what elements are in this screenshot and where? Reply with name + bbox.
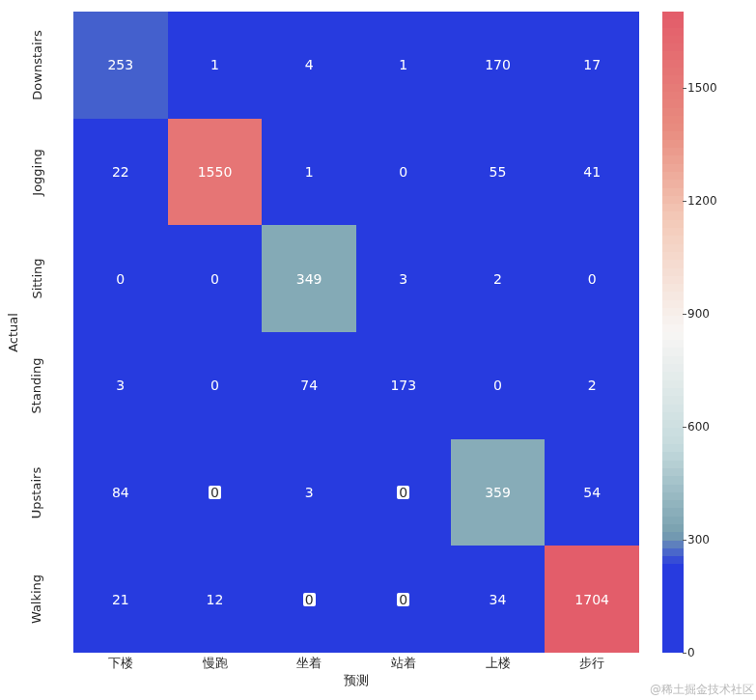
- heatmap-cell: 17: [545, 12, 639, 119]
- heatmap-cell: 54: [545, 439, 639, 546]
- cell-value: 349: [294, 271, 324, 287]
- cell-value: 0: [209, 271, 221, 287]
- heatmap-cell: 4: [262, 12, 356, 119]
- heatmap-cell: 1: [356, 12, 451, 119]
- cell-value: 170: [483, 57, 513, 72]
- heatmap-cell: 173: [356, 332, 451, 439]
- cell-value: 21: [110, 592, 131, 607]
- cell-value: 0: [303, 593, 316, 606]
- cell-value: 1: [397, 57, 409, 72]
- cell-value: 55: [488, 164, 509, 180]
- cell-value: 0: [397, 593, 409, 606]
- colorbar-tick: 1200: [687, 194, 717, 208]
- heatmap-cell: 41: [545, 119, 639, 226]
- cell-value: 1: [303, 164, 316, 180]
- colorbar-tick: 1500: [687, 81, 717, 95]
- cell-value: 173: [388, 378, 418, 393]
- colorbar-tick: 0: [687, 646, 695, 659]
- cell-value: 253: [105, 57, 135, 72]
- heatmap-cell: 3: [262, 439, 356, 546]
- cell-value: 74: [298, 378, 320, 393]
- x-tick: 站着: [356, 655, 451, 674]
- heatmap-cell: 3: [356, 225, 451, 332]
- x-tick: 下楼: [73, 655, 168, 674]
- x-tick: 步行: [545, 655, 639, 674]
- heatmap-cell: 170: [451, 12, 546, 119]
- colorbar-tick: 600: [687, 420, 710, 434]
- heatmap-cell: 3: [73, 332, 168, 439]
- watermark-text: @稀土掘金技术社区: [650, 682, 754, 698]
- heatmap-cell: 1: [262, 119, 356, 226]
- cell-value: 0: [397, 164, 409, 180]
- heatmap-cell: 55: [451, 119, 546, 226]
- cell-value: 359: [483, 485, 513, 500]
- heatmap-cell: 84: [73, 439, 168, 546]
- cell-value: 54: [581, 485, 602, 500]
- cell-value: 84: [110, 485, 131, 500]
- cell-value: 3: [303, 485, 316, 500]
- heatmap-cell: 0: [168, 332, 263, 439]
- heatmap-cell: 359: [451, 439, 546, 546]
- heatmap-cell: 0: [545, 225, 639, 332]
- heatmap: 2531411701722155010554100349320307417302…: [73, 12, 639, 653]
- y-axis-label: Actual: [6, 12, 19, 653]
- colorbar-ticks: 0 300 600 900 1200 1500: [687, 12, 736, 653]
- heatmap-cell: 0: [356, 546, 451, 653]
- heatmap-cell: 0: [168, 225, 263, 332]
- x-tick: 慢跑: [168, 655, 263, 674]
- colorbar: [662, 12, 684, 653]
- cell-value: 3: [397, 271, 409, 287]
- confusion-matrix-figure: 2531411701722155010554100349320307417302…: [0, 0, 756, 700]
- heatmap-cell: 1704: [545, 546, 639, 653]
- cell-value: 0: [586, 271, 599, 287]
- heatmap-cell: 22: [73, 119, 168, 226]
- cell-value: 0: [209, 378, 221, 393]
- colorbar-tick: 900: [687, 307, 710, 321]
- heatmap-cell: 0: [73, 225, 168, 332]
- heatmap-cell: 253: [73, 12, 168, 119]
- cell-value: 17: [581, 57, 602, 72]
- cell-value: 22: [110, 164, 131, 180]
- cell-value: 1550: [196, 164, 235, 180]
- heatmap-cell: 0: [356, 439, 451, 546]
- cell-value: 0: [209, 486, 221, 499]
- heatmap-cell: 2: [545, 332, 639, 439]
- x-tick-labels: 下楼慢跑坐着站着上楼步行: [73, 655, 639, 674]
- cell-value: 2: [586, 378, 599, 393]
- heatmap-cell: 2: [451, 225, 546, 332]
- heatmap-cell: 34: [451, 546, 546, 653]
- cell-value: 0: [397, 486, 409, 499]
- heatmap-cell: 1550: [168, 119, 263, 226]
- heatmap-cell: 0: [168, 439, 263, 546]
- cell-value: 41: [581, 164, 602, 180]
- heatmap-cell: 1: [168, 12, 263, 119]
- cell-value: 4: [303, 57, 316, 72]
- x-tick: 上楼: [451, 655, 546, 674]
- cell-value: 34: [488, 592, 509, 607]
- x-tick: 坐着: [262, 655, 356, 674]
- cell-value: 1704: [573, 592, 611, 607]
- cell-value: 0: [491, 378, 504, 393]
- cell-value: 12: [205, 592, 226, 607]
- x-axis-label: 预测: [73, 672, 639, 689]
- heatmap-cell: 349: [262, 225, 356, 332]
- heatmap-cell: 0: [451, 332, 546, 439]
- cell-value: 0: [114, 271, 126, 287]
- cell-value: 3: [114, 378, 126, 393]
- heatmap-cell: 12: [168, 546, 263, 653]
- heatmap-cell: 0: [262, 546, 356, 653]
- heatmap-cell: 0: [356, 119, 451, 226]
- cell-value: 2: [491, 271, 504, 287]
- heatmap-grid: 2531411701722155010554100349320307417302…: [73, 12, 639, 653]
- colorbar-tick: 300: [687, 533, 710, 546]
- heatmap-cell: 21: [73, 546, 168, 653]
- heatmap-cell: 74: [262, 332, 356, 439]
- cell-value: 1: [209, 57, 221, 72]
